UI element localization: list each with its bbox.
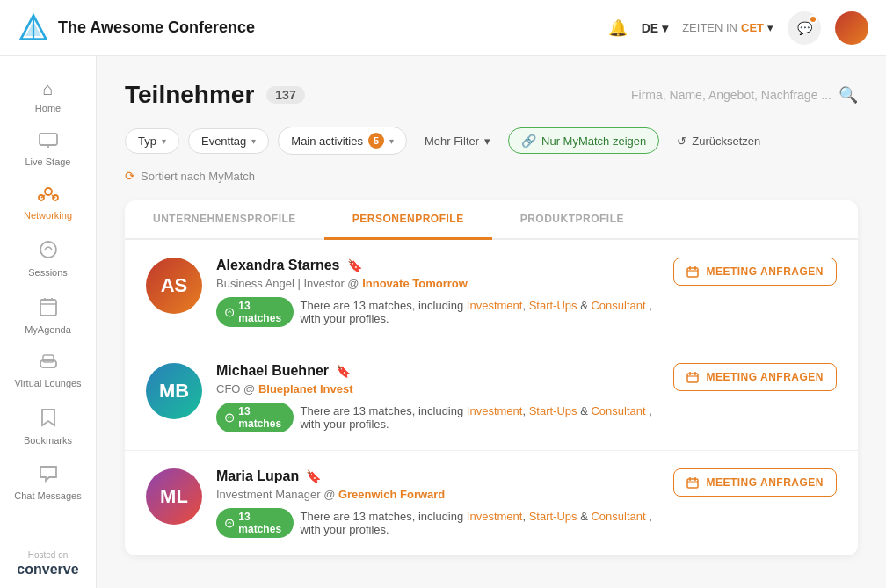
person-name-1: Michael Buehner <box>216 363 329 379</box>
virtual-lounges-icon <box>39 354 58 374</box>
svg-point-21 <box>226 414 234 422</box>
language-selector[interactable]: DE ▾ <box>642 21 668 35</box>
header-right: 🔔 DE ▾ ZEITEN IN CET ▾ 💬 <box>608 11 868 45</box>
filter-eventtag[interactable]: Eventtag ▾ <box>188 128 269 154</box>
matches-text-2: There are 13 matches, including Investme… <box>301 510 660 536</box>
sidebar-item-chat-messages[interactable]: Chat Messages <box>0 456 96 510</box>
reset-icon: ↺ <box>677 134 686 148</box>
bookmark-icon-0[interactable]: 🔖 <box>347 258 362 272</box>
filter-activities-caret: ▾ <box>389 136 394 146</box>
person-info-1: Michael Buehner 🔖 CFO @ Blueplanet Inves… <box>216 363 659 432</box>
mehr-filter-caret: ▾ <box>484 134 490 148</box>
filter-typ-caret: ▾ <box>162 136 166 146</box>
search-icon[interactable]: 🔍 <box>839 85 858 105</box>
sidebar-item-live-stage[interactable]: Live Stage <box>0 124 96 176</box>
sidebar-brand: converve <box>17 562 78 577</box>
search-area: Firma, Name, Angebot, Nachfrage ... 🔍 <box>631 85 858 105</box>
reset-button[interactable]: ↺ Zurücksetzen <box>668 129 769 153</box>
sidebar-item-bookmarks[interactable]: Bookmarks <box>0 399 96 454</box>
svg-point-9 <box>40 242 56 258</box>
page-title: Teilnehmer <box>125 81 254 109</box>
sidebar-footer: Hosted on converve <box>6 540 89 588</box>
sort-info: ⟳ Sortiert nach MyMatch <box>125 169 858 183</box>
tab-personenprofile[interactable]: PERSONENPROFILE <box>324 200 492 240</box>
filter-typ[interactable]: Typ ▾ <box>125 128 179 154</box>
svg-point-16 <box>226 309 234 316</box>
mymatch-button[interactable]: 🔗 Nur MyMatch zeigen <box>508 127 659 154</box>
sort-icon: ⟳ <box>125 169 135 183</box>
sidebar-item-myagenda[interactable]: MyAgenda <box>0 288 96 344</box>
matches-badge-1: 13 matches <box>216 403 294 432</box>
sidebar-item-sessions[interactable]: Sessions <box>0 231 96 287</box>
person-avatar-1: MB <box>146 363 202 419</box>
person-avatar-2: ML <box>146 468 202 525</box>
chat-notification-dot <box>809 15 817 24</box>
bookmarks-icon <box>40 408 56 432</box>
filter-typ-label: Typ <box>138 134 156 148</box>
person-info-0: Alexandra Starnes 🔖 Business Angel | Inv… <box>216 258 659 327</box>
sort-text: Sortiert nach MyMatch <box>141 170 255 183</box>
svg-rect-3 <box>40 134 57 145</box>
logo-area[interactable]: The Awesome Conference <box>18 12 255 44</box>
filters-bar: Typ ▾ Eventtag ▾ Main activities 5 ▾ Meh… <box>125 127 858 155</box>
sessions-icon <box>39 240 58 264</box>
sidebar-label-home: Home <box>35 103 61 113</box>
matches-badge-0: 13 matches <box>216 297 294 327</box>
matches-text-0: There are 13 matches, including Investme… <box>301 299 660 325</box>
mehr-filter-label: Mehr Filter <box>425 134 479 148</box>
person-role-1: CFO @ Blueplanet Invest <box>216 382 659 396</box>
notification-bell-icon[interactable]: 🔔 <box>608 18 628 38</box>
svg-point-6 <box>45 188 52 195</box>
svg-rect-27 <box>687 479 698 488</box>
person-role-0: Business Angel | Investor @ Innovate Tom… <box>216 277 659 290</box>
person-avatar-0: AS <box>146 258 202 314</box>
bookmark-icon-1[interactable]: 🔖 <box>336 364 351 378</box>
reset-label: Zurücksetzen <box>692 134 760 148</box>
filter-eventtag-label: Eventtag <box>201 134 246 148</box>
mymatch-label: Nur MyMatch zeigen <box>541 134 646 148</box>
filter-eventtag-caret: ▾ <box>251 136 256 146</box>
tab-produktprofile[interactable]: PRODUKTPROFILE <box>492 200 652 240</box>
bookmark-icon-2[interactable]: 🔖 <box>306 469 321 483</box>
sidebar-label-virtual-lounges: Virtual Lounges <box>14 378 81 388</box>
live-stage-icon <box>39 133 58 153</box>
filter-activities-label: Main activities <box>291 134 363 148</box>
svg-rect-10 <box>40 300 56 316</box>
page-header: Teilnehmer 137 Firma, Name, Angebot, Nac… <box>125 81 858 109</box>
sidebar-label-live-stage: Live Stage <box>25 156 71 167</box>
sidebar-item-networking[interactable]: Networking <box>0 178 96 229</box>
home-icon: ⌂ <box>42 79 53 99</box>
person-card-1: MB Michael Buehner 🔖 CFO @ Blueplanet In… <box>125 345 858 451</box>
person-role-2: Investment Manager @ Greenwich Forward <box>216 488 659 501</box>
matches-text-1: There are 13 matches, including Investme… <box>301 404 660 431</box>
svg-rect-22 <box>687 374 698 382</box>
sidebar-item-virtual-lounges[interactable]: Virtual Lounges <box>0 345 96 397</box>
meeting-button-0[interactable]: MEETING ANFRAGEN <box>673 258 837 286</box>
filter-activities[interactable]: Main activities 5 ▾ <box>278 127 407 155</box>
tabs-container: UNTERNEHMENSPROFILE PERSONENPROFILE PROD… <box>125 200 858 555</box>
meeting-button-1[interactable]: MEETING ANFRAGEN <box>673 363 837 391</box>
sidebar-item-home[interactable]: ⌂ Home <box>0 70 96 122</box>
sidebar-label-bookmarks: Bookmarks <box>24 435 72 446</box>
tab-unternehmensprofile[interactable]: UNTERNEHMENSPROFILE <box>125 200 324 240</box>
svg-rect-17 <box>687 268 698 277</box>
matches-badge-2: 13 matches <box>216 508 294 538</box>
meeting-button-2[interactable]: MEETING ANFRAGEN <box>673 468 837 497</box>
matches-row-0: 13 matches There are 13 matches, includi… <box>216 297 659 327</box>
user-avatar[interactable] <box>835 11 868 45</box>
mehr-filter-button[interactable]: Mehr Filter ▾ <box>416 129 499 153</box>
tabs: UNTERNEHMENSPROFILE PERSONENPROFILE PROD… <box>125 200 858 240</box>
chat-bubble-button[interactable]: 💬 <box>788 11 821 45</box>
logo-icon <box>18 12 49 44</box>
matches-row-2: 13 matches There are 13 matches, includi… <box>216 508 659 538</box>
layout: ⌂ Home Live Stage Networking Sessions <box>0 56 886 588</box>
sidebar-label-chat-messages: Chat Messages <box>14 490 81 501</box>
svg-point-26 <box>226 519 234 527</box>
person-card-2: ML Maria Lupan 🔖 Investment Manager @ Gr… <box>125 451 858 555</box>
main-content: Teilnehmer 137 Firma, Name, Angebot, Nac… <box>97 56 886 588</box>
sidebar-label-sessions: Sessions <box>28 267 68 278</box>
matches-row-1: 13 matches There are 13 matches, includi… <box>216 403 659 432</box>
timezone-selector[interactable]: ZEITEN IN CET ▾ <box>682 21 773 34</box>
networking-icon <box>38 186 59 207</box>
count-badge: 137 <box>266 86 304 104</box>
